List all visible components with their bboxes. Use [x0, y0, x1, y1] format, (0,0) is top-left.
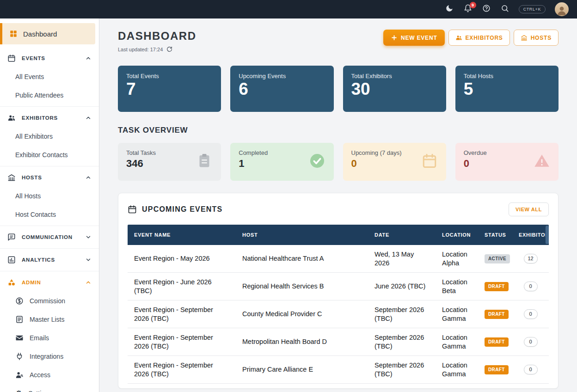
sidebar-item-integrations[interactable]: Integrations	[0, 347, 99, 366]
host-cell: County Medical Provider C	[236, 305, 368, 323]
location-cell: Location Gamma	[436, 356, 478, 382]
refresh-icon[interactable]	[166, 46, 173, 53]
clipboard-icon	[196, 153, 213, 171]
exhibitors-cell: 0	[512, 332, 549, 352]
exhibitors-cell: 12	[512, 249, 549, 269]
host-cell: Metropolitan Health Board D	[236, 333, 368, 350]
sidebar-item-access[interactable]: Access	[0, 366, 99, 384]
people-icon	[7, 114, 16, 122]
dark-mode-toggle[interactable]	[445, 5, 454, 14]
calendar-icon	[7, 54, 16, 62]
new-event-button[interactable]: NEW EVENT	[383, 30, 445, 46]
sidebar-item-emails[interactable]: Emails	[0, 329, 99, 347]
notifications-button[interactable]: 9	[463, 5, 473, 14]
people-icon	[455, 34, 462, 41]
sidebar-item-exhibitor-contacts[interactable]: Exhibitor Contacts	[0, 146, 99, 164]
status-cell: DRAFT	[478, 277, 512, 296]
keyboard-shortcut-pill[interactable]: CTRL+K	[519, 5, 546, 13]
host-cell: Regional Health Services B	[236, 277, 368, 295]
task-cards: Total Tasks 346 Completed 1 Upcoming (7 …	[118, 143, 559, 181]
events-table-header: EVENT NAME HOST DATE LOCATION STATUS EXH…	[128, 225, 549, 245]
sidebar-section-communication[interactable]: COMMUNICATION	[0, 228, 99, 246]
exhibitor-count-pill[interactable]: 0	[524, 365, 538, 375]
event-name-cell: Event Region - May 2026	[128, 250, 236, 267]
sidebar-item-all-hosts[interactable]: All Hosts	[0, 187, 99, 205]
column-header: EXHIBITORS	[512, 232, 559, 238]
exhibitor-count-pill[interactable]: 0	[524, 309, 538, 319]
exhibitors-button[interactable]: EXHIBITORS	[448, 30, 510, 46]
search-button[interactable]	[500, 5, 509, 14]
person-key-icon	[15, 371, 24, 379]
exhibitor-count-pill[interactable]: 0	[524, 337, 538, 347]
stat-cards: Total Events 7 Upcoming Events 6 Total E…	[118, 66, 559, 112]
column-header: LOCATION	[436, 232, 478, 238]
stat-card-upcoming-events: Upcoming Events 6	[230, 66, 333, 112]
sidebar: Dashboard EVENTS All Events Public Atten…	[0, 18, 99, 392]
hosts-button[interactable]: HOSTS	[514, 30, 559, 46]
sidebar-item-all-exhibitors[interactable]: All Exhibitors	[0, 127, 99, 146]
stat-card-total-exhibitors: Total Exhibitors 30	[343, 66, 446, 112]
exhibitor-count-pill[interactable]: 0	[524, 282, 538, 292]
table-row[interactable]: Event Region - June 2026 (TBC) Regional …	[128, 273, 549, 300]
sidebar-item-public-attendees[interactable]: Public Attendees	[0, 86, 99, 104]
sidebar-section-analytics[interactable]: ANALYTICS	[0, 251, 99, 269]
status-cell: ACTIVE	[478, 249, 512, 269]
sidebar-item-commission[interactable]: Commission	[0, 292, 99, 310]
table-row[interactable]: Event Region - September 2026 (TBC) Metr…	[128, 328, 549, 356]
date-cell: September 2026 (TBC)	[368, 329, 436, 355]
table-scrollbar[interactable]	[546, 226, 549, 244]
location-cell: Location Alpha	[436, 245, 478, 271]
table-row[interactable]: Event Region - May 2026 National Healthc…	[128, 245, 549, 273]
chevron-up-icon	[85, 55, 92, 61]
list-icon	[15, 315, 24, 324]
event-name-cell: Event Region - September 2026 (TBC)	[128, 301, 236, 327]
help-icon	[482, 4, 491, 14]
chevron-up-icon	[85, 174, 92, 181]
sidebar-section-admin[interactable]: ADMIN	[0, 273, 99, 292]
stat-card-total-events: Total Events 7	[118, 66, 221, 112]
sidebar-item-dashboard[interactable]: Dashboard	[0, 23, 95, 44]
sidebar-group-analytics: ANALYTICS	[0, 249, 99, 271]
sidebar-section-exhibitors[interactable]: EXHIBITORS	[0, 109, 99, 127]
column-header: EVENT NAME	[128, 232, 236, 238]
event-name-cell: Event Region - September 2026 (TBC)	[128, 356, 236, 382]
sidebar-group-communication: COMMUNICATION	[0, 226, 99, 249]
building-icon	[521, 34, 528, 41]
exhibitor-count-pill[interactable]: 12	[524, 254, 538, 264]
plug-icon	[15, 352, 24, 361]
help-button[interactable]	[482, 5, 491, 14]
plus-icon	[391, 34, 398, 41]
exhibitors-cell: 0	[512, 277, 549, 296]
table-row[interactable]: Event Region - September 2026 (TBC) Coun…	[128, 300, 549, 328]
status-badge: DRAFT	[485, 365, 509, 375]
date-cell: September 2026 (TBC)	[368, 356, 436, 382]
location-cell: Location Gamma	[436, 329, 478, 355]
date-cell: Wed, 13 May 2026	[368, 245, 436, 271]
main-content: DASHBOARD Last updated: 17:24 NEW EVENT …	[99, 18, 577, 392]
date-cell: June 2026 (TBC)	[368, 277, 436, 295]
sidebar-group-exhibitors: EXHIBITORS All Exhibitors Exhibitor Cont…	[0, 107, 99, 166]
search-icon	[501, 4, 509, 14]
sidebar-item-master-lists[interactable]: Master Lists	[0, 310, 99, 329]
sidebar-section-events[interactable]: EVENTS	[0, 49, 99, 67]
warning-triangle-icon	[534, 153, 550, 171]
column-header: DATE	[368, 232, 436, 238]
sidebar-item-all-events[interactable]: All Events	[0, 67, 99, 86]
status-cell: DRAFT	[478, 332, 512, 352]
notification-count-badge: 9	[470, 2, 476, 8]
sidebar-item-settings[interactable]: ⚙ Settings	[0, 384, 99, 392]
sidebar-section-hosts[interactable]: HOSTS	[0, 168, 99, 187]
moon-icon	[445, 4, 454, 14]
task-card-overdue: Overdue 0	[455, 143, 559, 181]
envelope-icon	[15, 334, 24, 342]
sidebar-group-hosts: HOSTS All Hosts Host Contacts	[0, 166, 99, 226]
user-avatar[interactable]	[555, 2, 569, 16]
view-all-button[interactable]: VIEW ALL	[509, 202, 549, 216]
upcoming-events-card: UPCOMING EVENTS VIEW ALL EVENT NAME HOST…	[118, 193, 559, 389]
table-row[interactable]: Event Region - September 2026 (TBC) Prim…	[128, 356, 549, 384]
status-badge: ACTIVE	[485, 254, 510, 264]
status-badge: DRAFT	[485, 337, 509, 347]
status-badge: DRAFT	[485, 310, 509, 319]
sidebar-item-host-contacts[interactable]: Host Contacts	[0, 205, 99, 224]
task-card-upcoming: Upcoming (7 days) 0	[343, 143, 446, 181]
